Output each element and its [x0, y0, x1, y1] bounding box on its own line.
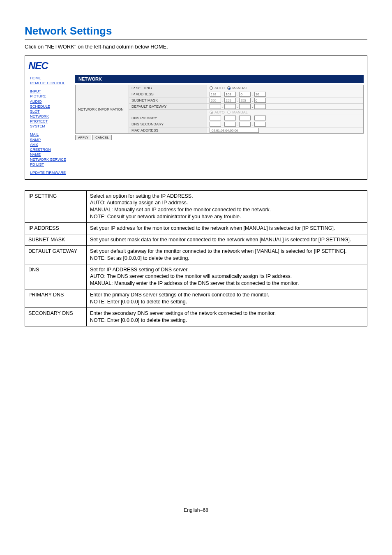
- desc-value: Set your default gateway for the monitor…: [87, 245, 367, 264]
- sidebar-item-picture[interactable]: PICTURE: [30, 94, 74, 99]
- mac-address-label: MAC ADDRESS: [129, 127, 207, 133]
- ip-setting-label: IP SETTING: [129, 85, 207, 91]
- dns-auto-text: AUTO: [214, 110, 225, 114]
- cancel-button[interactable]: CANCEL: [92, 135, 111, 140]
- table-row: SUBNET MASKSet your subnet mask data for…: [25, 234, 367, 245]
- table-row: PRIMARY DNSEnter the primary DNS server …: [25, 289, 367, 308]
- subnet-mask-label: SUBNET MASK: [129, 97, 207, 103]
- sidebar-item-home[interactable]: HOME: [30, 76, 74, 81]
- table-row: SECONDARY DNSEnter the secondary DNS ser…: [25, 308, 367, 326]
- sidebar-item-schedule[interactable]: SCHEDULE: [30, 104, 74, 109]
- ip-oct-2[interactable]: 168: [224, 92, 236, 97]
- dns1-oct-2[interactable]: [224, 116, 236, 120]
- sidebar-item-pd-list[interactable]: PD LIST: [30, 162, 74, 167]
- sidebar-item-audio[interactable]: AUDIO: [30, 99, 74, 104]
- ip-setting-manual-text: MANUAL: [232, 86, 248, 90]
- table-row: IP ADDRESSSet your IP address for the mo…: [25, 223, 367, 234]
- dns2-oct-3[interactable]: [239, 122, 251, 127]
- mac-address-value: 02:01:03:04:05:06: [210, 128, 259, 133]
- brand-logo: NEC: [28, 60, 48, 71]
- dns1-oct-4[interactable]: [254, 116, 266, 120]
- desc-key: IP ADDRESS: [25, 223, 87, 234]
- table-row: DNSSet for IP ADDRESS setting of DNS ser…: [25, 264, 367, 289]
- sidebar-item-remote-control[interactable]: REMOTE CONTROL: [30, 81, 74, 86]
- desc-value: Set your IP address for the monitor conn…: [87, 223, 367, 234]
- desc-value: Select an option for setting the IP ADDR…: [87, 190, 367, 223]
- desc-value: Enter the primary DNS server settings of…: [87, 289, 367, 308]
- default-gateway-label: DEFAULT GATEWAY: [129, 104, 207, 109]
- page-title: Network Settings: [25, 25, 367, 39]
- settings-description-table: IP SETTINGSelect an option for setting t…: [25, 190, 367, 326]
- ip-address-label: IP ADDRESS: [129, 91, 207, 97]
- dns-auto-radio: [210, 111, 213, 114]
- gw-oct-1[interactable]: [210, 104, 221, 109]
- ip-setting-manual-radio[interactable]: [227, 86, 231, 90]
- dns2-oct-2[interactable]: [224, 122, 236, 127]
- subnet-oct-4[interactable]: 0: [254, 98, 266, 103]
- section-header: NETWORK: [75, 75, 364, 83]
- embedded-screenshot: NEC HOME REMOTE CONTROL INPUT PICTURE AU…: [25, 56, 367, 180]
- network-info-label: NETWORK INFORMATION: [76, 85, 129, 133]
- desc-key: DNS: [25, 264, 87, 289]
- sidebar-item-network[interactable]: NETWORK: [30, 114, 74, 119]
- desc-key: SUBNET MASK: [25, 234, 87, 245]
- ip-setting-auto-radio[interactable]: [210, 86, 213, 90]
- sidebar-item-amx[interactable]: AMX: [30, 142, 74, 147]
- network-info-panel: NETWORK INFORMATION IP SETTING AUTO MANU…: [75, 85, 364, 134]
- dns-manual-radio: [227, 111, 231, 114]
- desc-value: Set your subnet mask data for the monito…: [87, 234, 367, 245]
- apply-button[interactable]: APPLY: [75, 135, 91, 140]
- gw-oct-4[interactable]: [254, 104, 266, 109]
- dns2-oct-4[interactable]: [254, 122, 266, 127]
- sidebar-item-protect[interactable]: PROTECT: [30, 119, 74, 124]
- desc-key: DEFAULT GATEWAY: [25, 245, 87, 264]
- ip-oct-1[interactable]: 192: [210, 92, 221, 97]
- desc-key: IP SETTING: [25, 190, 87, 223]
- desc-key: PRIMARY DNS: [25, 289, 87, 308]
- desc-value: Enter the secondary DNS server settings …: [87, 308, 367, 326]
- gw-oct-3[interactable]: [239, 104, 251, 109]
- dns-primary-label: DNS PRIMARY: [129, 115, 207, 121]
- dns1-oct-3[interactable]: [239, 116, 251, 120]
- subnet-oct-2[interactable]: 255: [224, 98, 236, 103]
- sidebar: HOME REMOTE CONTROL INPUT PICTURE AUDIO …: [28, 73, 75, 176]
- sidebar-item-mail[interactable]: MAIL: [30, 132, 74, 137]
- dns-secondary-label: DNS SECONDARY: [129, 121, 207, 127]
- ip-oct-3[interactable]: 0: [239, 92, 251, 97]
- page-footer: English−68: [25, 507, 367, 513]
- desc-key: SECONDARY DNS: [25, 308, 87, 326]
- dns-mode-label: [129, 110, 207, 115]
- dns1-oct-1[interactable]: [210, 116, 221, 120]
- ip-setting-auto-text: AUTO: [214, 86, 225, 90]
- dns2-oct-1[interactable]: [210, 122, 221, 127]
- subnet-oct-3[interactable]: 255: [239, 98, 251, 103]
- desc-value: Set for IP ADDRESS setting of DNS server…: [87, 264, 367, 289]
- sidebar-item-slot[interactable]: SLOT: [30, 109, 74, 114]
- sidebar-item-crestron[interactable]: CRESTRON: [30, 147, 74, 152]
- sidebar-item-input[interactable]: INPUT: [30, 89, 74, 94]
- subnet-oct-1[interactable]: 255: [210, 98, 221, 103]
- sidebar-item-system[interactable]: SYSTEM: [30, 124, 74, 129]
- sidebar-item-name[interactable]: NAME: [30, 152, 74, 157]
- gw-oct-2[interactable]: [224, 104, 236, 109]
- page-subtitle: Click on "NETWORK" on the left-hand colu…: [25, 44, 367, 50]
- sidebar-item-network-service[interactable]: NETWORK SERVICE: [30, 157, 74, 162]
- dns-manual-text: MANUAL: [232, 110, 248, 114]
- sidebar-item-snmp[interactable]: SNMP: [30, 137, 74, 142]
- table-row: DEFAULT GATEWAYSet your default gateway …: [25, 245, 367, 264]
- table-row: IP SETTINGSelect an option for setting t…: [25, 190, 367, 223]
- ip-oct-4[interactable]: 10: [254, 92, 266, 97]
- sidebar-item-update-firmware[interactable]: UPDATE FIRMWARE: [30, 170, 74, 175]
